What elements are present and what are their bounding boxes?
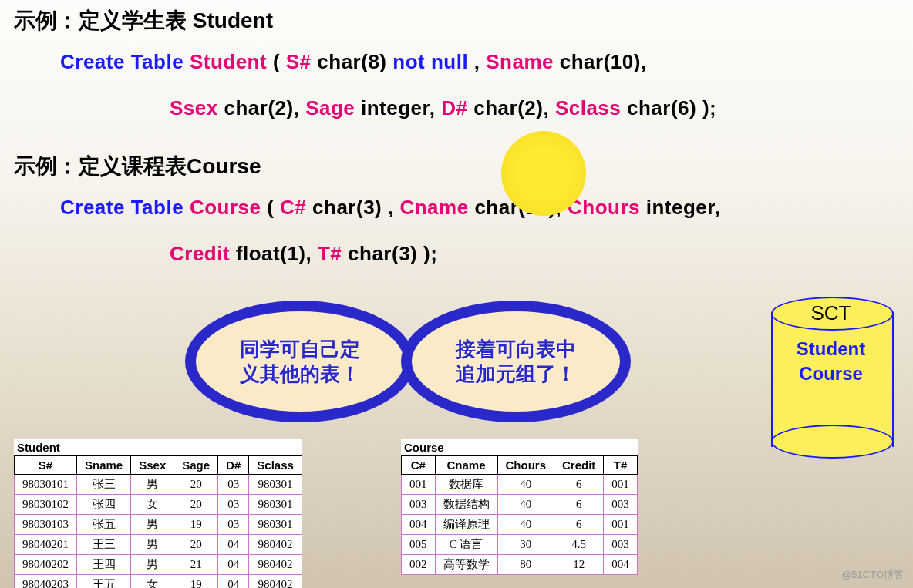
table-cell: C 语言: [435, 535, 497, 555]
sql-token: char(6) );: [627, 96, 716, 119]
table-row: 98030102张四女2003980301: [15, 495, 302, 515]
table-cell: 40: [497, 515, 554, 535]
sql-token: Student: [190, 50, 267, 73]
sql-course-line1: Create Table Course ( C# char(3) , Cname…: [0, 181, 913, 227]
sql-token: Create: [60, 196, 125, 219]
table-cell: 男: [131, 555, 174, 575]
table-header: Sclass: [249, 456, 302, 475]
sql-token: [125, 50, 131, 73]
cylinder-line2: Course: [771, 361, 891, 386]
table-cell: 40: [497, 495, 554, 515]
table-cell: 980301: [249, 515, 302, 535]
table-cell: 980402: [249, 575, 302, 589]
table-cell: 12: [554, 555, 604, 575]
sql-token: [342, 242, 348, 265]
table-cell: 004: [402, 515, 436, 535]
table-row: 005C 语言304.5003: [402, 535, 638, 555]
table-cell: 001: [604, 475, 638, 495]
sql-token: integer,: [361, 96, 435, 119]
table-cell: 30: [497, 535, 554, 555]
sql-token: [125, 196, 131, 219]
table-cell: 001: [402, 475, 436, 495]
table-row: 98040202王四男2104980402: [15, 555, 302, 575]
table-header: T#: [604, 456, 638, 475]
table-header: Chours: [497, 456, 554, 475]
oval-left-line2: 义其他的表！: [240, 361, 360, 387]
table-cell: 4.5: [554, 535, 604, 555]
sql-token: T#: [318, 242, 342, 265]
table-cell: 40: [497, 475, 554, 495]
course-table: Course C#CnameChoursCreditT# 001数据库40600…: [401, 439, 638, 575]
table-cell: 001: [604, 515, 638, 535]
table-cell: 98040202: [15, 555, 77, 575]
sql-token: (: [261, 196, 280, 219]
sql-token: [299, 96, 305, 119]
table-cell: 03: [218, 475, 249, 495]
table-header: Ssex: [131, 456, 174, 475]
sql-token: [549, 96, 555, 119]
heading-example2: 示例：定义课程表Course: [0, 129, 913, 181]
table-cell: 002: [402, 555, 436, 575]
heading-example1: 示例：定义学生表 Student: [0, 0, 913, 35]
table-cell: 6: [554, 475, 604, 495]
table-cell: 80: [497, 555, 554, 575]
sql-token: [640, 196, 646, 219]
table-header: D#: [218, 456, 249, 475]
sql-token: Table: [131, 50, 184, 73]
sql-token: [621, 96, 627, 119]
table-cell: 王三: [77, 535, 131, 555]
table-row: 98030103张五男1903980301: [15, 515, 302, 535]
table-cell: 男: [131, 475, 174, 495]
table-cell: 女: [131, 575, 174, 589]
cylinder-title: SCT: [771, 301, 891, 325]
sql-token: char(3) );: [348, 242, 437, 265]
sql-token: (: [267, 50, 286, 73]
sql-token: Sname: [486, 50, 554, 73]
table-cell: 数据库: [435, 475, 497, 495]
course-table-label: Course: [401, 439, 638, 455]
oval-left: 同学可自己定 义其他的表！: [185, 301, 415, 422]
sql-token: Create: [60, 50, 125, 73]
table-cell: 编译原理: [435, 515, 497, 535]
oval-left-line1: 同学可自己定: [240, 337, 360, 362]
table-header: Sage: [174, 456, 218, 475]
table-cell: 6: [554, 515, 604, 535]
table-cell: 19: [174, 515, 218, 535]
sql-token: Course: [190, 196, 261, 219]
sql-token: Sage: [305, 96, 355, 119]
sql-token: [230, 242, 236, 265]
sql-token: Chours: [568, 196, 640, 219]
student-table-label: Student: [14, 439, 302, 455]
oval-right: 接着可向表中 追加元组了！: [401, 301, 631, 422]
sql-student-line2: Ssex char(2), Sage integer, D# char(2), …: [0, 82, 913, 128]
sql-token: Cname: [399, 196, 468, 219]
student-table: Student S#SnameSsexSageD#Sclass 98030101…: [14, 439, 302, 588]
sql-token: not null: [392, 50, 468, 73]
table-cell: 20: [174, 535, 218, 555]
table-cell: 980402: [249, 535, 302, 555]
table-row: 98040203王五女1904980402: [15, 575, 302, 589]
table-cell: 04: [218, 575, 249, 589]
table-cell: 04: [218, 535, 249, 555]
sql-token: S#: [286, 50, 312, 73]
sql-token: Credit: [170, 242, 230, 265]
sql-token: Table: [131, 196, 184, 219]
watermark: @51CTO博客: [841, 568, 904, 582]
cylinder-line1: Student: [771, 337, 891, 361]
sql-token: integer,: [646, 196, 720, 219]
table-cell: 数据结构: [435, 495, 497, 515]
sql-token: ,: [468, 50, 486, 73]
table-cell: 男: [131, 515, 174, 535]
table-cell: 03: [218, 515, 249, 535]
table-cell: 004: [604, 555, 638, 575]
table-cell: 005: [402, 535, 436, 555]
table-cell: 98040203: [15, 575, 77, 589]
table-cell: 98040201: [15, 535, 77, 555]
table-cell: 98030101: [15, 475, 77, 495]
table-cell: 98030103: [15, 515, 77, 535]
table-cell: 003: [604, 535, 638, 555]
sql-token: Ssex: [170, 96, 218, 119]
table-header: Credit: [554, 456, 604, 475]
sql-token: float(1),: [236, 242, 312, 265]
oval-right-line1: 接着可向表中: [456, 337, 576, 362]
